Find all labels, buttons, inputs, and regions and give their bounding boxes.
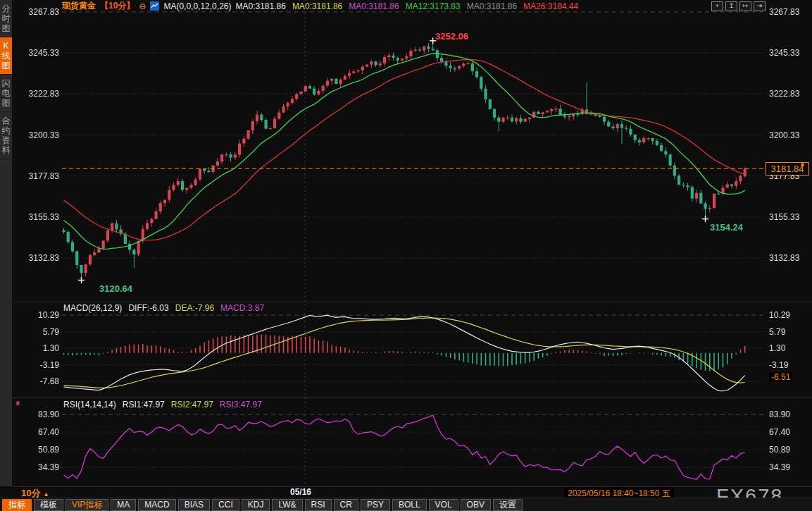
chart-canvas[interactable] xyxy=(0,0,812,511)
app-root: 分时图K线图闪电图合约资料 现货黄金 【10分】 ⊖ MA(0,0,0,12,0… xyxy=(0,0,812,511)
y-axis-label: 5.79 xyxy=(769,327,810,337)
y-axis-label: 3222.83 xyxy=(769,89,810,99)
toolbar-button-vol[interactable]: VOL xyxy=(429,499,458,511)
rsi1-value: RSI1:47.97 xyxy=(123,400,165,410)
symbol-title: 现货黄金 xyxy=(62,0,96,12)
toolbar-button-lw&[interactable]: LW& xyxy=(272,499,302,511)
y-axis-label: 3222.83 xyxy=(13,89,59,99)
macd-macd-value: MACD:3.87 xyxy=(220,303,264,313)
y-axis-label: 3200.33 xyxy=(769,130,810,140)
header-toolbar: +↥↦⇥ xyxy=(711,1,766,11)
y-axis-label: 3155.33 xyxy=(13,212,59,222)
y-axis-label: 50.89 xyxy=(13,445,59,455)
ma-settings-label: MA(0,0,0,12,0,26) xyxy=(163,1,231,11)
rsi-settings-icon[interactable]: * xyxy=(15,400,20,412)
x-axis-date-label: 05/16 xyxy=(280,487,322,497)
y-axis-label: 34.39 xyxy=(13,462,59,472)
y-axis-label: 67.40 xyxy=(13,427,59,437)
sidebar-tab-item[interactable]: 闪电图 xyxy=(0,75,12,112)
recent-low-label: 3154.24 xyxy=(710,222,743,233)
y-axis-label: -3.19 xyxy=(769,360,810,370)
chart-type-icon[interactable] xyxy=(150,1,159,11)
sidebar-tab-item[interactable]: 合约资料 xyxy=(0,112,12,159)
scale-y-axis-icon[interactable]: ↥ xyxy=(725,1,737,11)
y-axis-label: -3.19 xyxy=(13,360,59,370)
footer-period-arrow-icon: ▲ xyxy=(43,491,49,498)
toolbar-button-模板[interactable]: 模板 xyxy=(34,499,63,511)
toolbar-button-ma[interactable]: MA xyxy=(111,499,136,511)
toolbar-button-kdj[interactable]: KDJ xyxy=(242,499,270,511)
y-axis-label: 83.90 xyxy=(769,410,810,419)
y-axis-label: 1.30 xyxy=(13,343,59,353)
sidebar-tab-active[interactable]: K线图 xyxy=(0,37,12,75)
toolbar-button-cr[interactable]: CR xyxy=(334,499,358,511)
macd-title: MACD(26,12,9) xyxy=(63,303,122,313)
rsi-title: RSI(14,14,14) xyxy=(63,400,116,410)
rsi-panel-header: RSI(14,14,14) RSI1:47.97 RSI2:47.97 RSI3… xyxy=(63,400,262,410)
toolbar-button-指标[interactable]: 指标 xyxy=(2,499,32,511)
sidebar-tab-item[interactable]: 分时图 xyxy=(0,0,12,37)
y-axis-label: 50.89 xyxy=(769,445,810,455)
toolbar-button-cci[interactable]: CCI xyxy=(212,499,239,511)
toolbar-button-psy[interactable]: PSY xyxy=(361,499,390,511)
period-tag[interactable]: 【10分】 xyxy=(100,0,135,12)
toolbar-button-rsi[interactable]: RSI xyxy=(305,499,332,511)
toolbar-button-macd[interactable]: MACD xyxy=(138,499,175,511)
pan-icon[interactable]: + xyxy=(711,1,723,11)
ma-value-label: MA0:3181.86 xyxy=(292,1,342,11)
rsi2-value: RSI2:47.97 xyxy=(171,400,213,410)
toolbar-button-obv[interactable]: OBV xyxy=(461,499,491,511)
y-axis-label: 5.79 xyxy=(13,327,59,337)
sidebar: 分时图K线图闪电图合约资料 xyxy=(0,0,12,486)
y-axis-label: 3245.33 xyxy=(13,48,59,58)
collapse-icon[interactable]: ⊖ xyxy=(139,1,146,11)
ma-values: MA0:3181.86MA0:3181.86MA0:3181.86MA12:31… xyxy=(235,1,578,11)
y-axis-label: 3245.33 xyxy=(769,48,810,58)
y-axis-label: -7.68 xyxy=(13,376,59,386)
toolbar-button-设置[interactable]: 设置 xyxy=(493,499,523,511)
y-axis-label: 10.29 xyxy=(13,310,59,320)
y-axis-label: -6.51 xyxy=(769,372,792,382)
ma-value-label: MA26:3184.44 xyxy=(523,1,578,11)
ma-value-label: MA0:3181.86 xyxy=(349,1,399,11)
ma-value-label: MA12:3173.83 xyxy=(406,1,461,11)
y-axis-label: 3267.83 xyxy=(13,7,59,17)
chart-header: 现货黄金 【10分】 ⊖ MA(0,0,0,12,0,26) MA0:3181.… xyxy=(62,1,578,11)
go-to-latest-icon[interactable]: ⇥ xyxy=(754,1,766,11)
y-axis-label: 3132.83 xyxy=(13,253,59,263)
y-axis-label: 3155.33 xyxy=(769,212,810,222)
y-axis-label: 67.40 xyxy=(769,427,810,437)
rsi3-value: RSI3:47.97 xyxy=(220,400,262,410)
macd-panel-header: MACD(26,12,9) DIFF:-6.03 DEA:-7.96 MACD:… xyxy=(63,303,264,313)
toolbar-button-boll[interactable]: BOLL xyxy=(392,499,427,511)
y-axis-label: 3132.83 xyxy=(769,253,810,263)
y-axis-label: 1.30 xyxy=(769,343,810,353)
indicator-toolbar: 指标模板VIP指标MAMACDBIASCCIKDJLW&RSICRPSYBOLL… xyxy=(0,498,812,511)
session-high-label: 3252.06 xyxy=(435,31,468,42)
current-price-arrow-icon: ▲ xyxy=(799,160,806,167)
ma-value-label: MA0:3181.86 xyxy=(467,1,517,11)
toolbar-button-bias[interactable]: BIAS xyxy=(178,499,210,511)
ma-value-label: MA0:3181.86 xyxy=(235,1,285,11)
session-low-label: 3120.64 xyxy=(99,283,132,294)
y-axis-label: 34.39 xyxy=(769,462,810,472)
y-axis-label: 3267.83 xyxy=(769,7,810,17)
scale-x-axis-icon[interactable]: ↦ xyxy=(739,1,751,11)
macd-dea-value: DEA:-7.96 xyxy=(175,303,214,313)
footer-period-label: 10分 xyxy=(21,488,40,498)
macd-diff-value: DIFF:-6.03 xyxy=(128,303,168,313)
y-axis-label: 3200.33 xyxy=(13,130,59,140)
y-axis-label: 10.29 xyxy=(769,310,810,320)
y-axis-label: 3177.83 xyxy=(13,171,59,181)
toolbar-button-vip指标[interactable]: VIP指标 xyxy=(65,499,108,511)
